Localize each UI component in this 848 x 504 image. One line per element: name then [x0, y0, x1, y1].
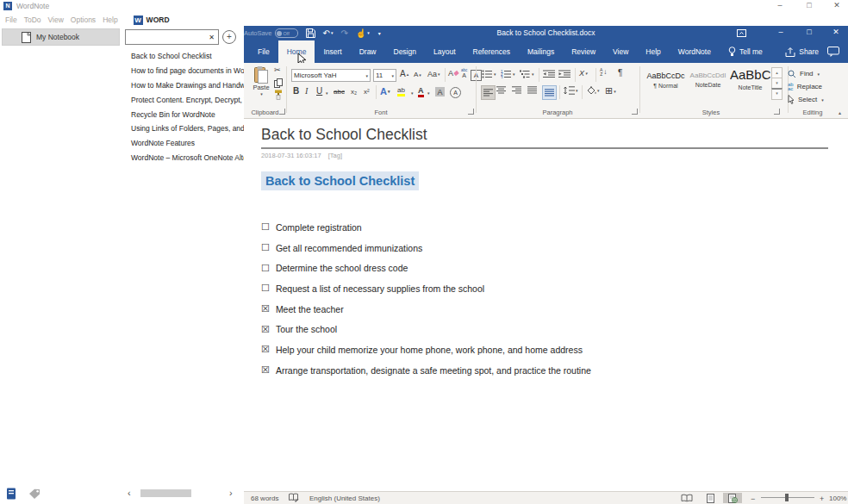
- list-item[interactable]: How to Make Drawings and Handwritin: [131, 78, 257, 93]
- list-item[interactable]: WordNote Features: [131, 136, 257, 151]
- paste-dropdown-icon[interactable]: ▾: [260, 91, 263, 96]
- bullets-dropdown-icon[interactable]: ▾: [494, 72, 496, 77]
- increase-indent-button[interactable]: [558, 70, 571, 78]
- print-layout-button[interactable]: [701, 493, 720, 503]
- superscript-button[interactable]: x²: [364, 88, 370, 96]
- ribbon-display-options-icon[interactable]: [737, 29, 746, 37]
- checkbox-icon[interactable]: ☒: [261, 303, 270, 314]
- checkbox-icon[interactable]: ☒: [261, 344, 270, 355]
- underline-button[interactable]: U: [316, 86, 322, 96]
- highlight-color-button[interactable]: ab: [397, 86, 405, 96]
- scroll-right-arrow[interactable]: ›: [229, 488, 233, 498]
- subscript-button[interactable]: x₂: [351, 88, 357, 96]
- list-item[interactable]: Using Links of Folders, Pages, and Pa: [131, 121, 257, 136]
- menu-help[interactable]: Help: [99, 16, 121, 24]
- distribute-text-button[interactable]: [542, 85, 557, 100]
- font-dialog-launcher[interactable]: [468, 109, 474, 115]
- tab-insert[interactable]: Insert: [315, 40, 350, 63]
- horizontal-scrollbar-thumb[interactable]: [140, 489, 191, 497]
- checkbox-icon[interactable]: ☒: [261, 324, 270, 335]
- line-spacing-button[interactable]: ▾: [564, 86, 578, 95]
- checklist-item[interactable]: ☒Meet the teacher: [261, 299, 591, 320]
- multilevel-list-button[interactable]: ▾: [520, 70, 534, 78]
- share-button[interactable]: Share: [778, 40, 826, 63]
- checkbox-icon[interactable]: ☐: [261, 283, 270, 294]
- format-painter-icon[interactable]: [274, 90, 283, 100]
- notebook-button[interactable]: My Notebook: [2, 28, 120, 46]
- checkbox-icon[interactable]: ☐: [261, 221, 270, 233]
- justify-button[interactable]: [527, 86, 537, 94]
- word-launcher-button[interactable]: W WORD: [134, 16, 170, 25]
- find-dropdown-icon[interactable]: ▾: [818, 72, 820, 77]
- strikethrough-button[interactable]: abc: [334, 88, 345, 96]
- document-canvas[interactable]: Back to School Checklist 2018-07-31 16:0…: [244, 119, 848, 491]
- checklist-item[interactable]: ☐Complete registration: [261, 217, 591, 238]
- grow-font-button[interactable]: A▴: [400, 69, 408, 78]
- asian-layout-button[interactable]: X▾: [579, 69, 588, 78]
- copy-icon[interactable]: [274, 78, 283, 88]
- highlight-dropdown-icon[interactable]: ▾: [411, 90, 414, 96]
- list-item[interactable]: WordNote – Microsoft OneNote Altern: [131, 151, 257, 165]
- checklist-item[interactable]: ☒Help your child memorize your home phon…: [261, 339, 591, 360]
- comments-icon[interactable]: [826, 40, 848, 63]
- zoom-slider-thumb[interactable]: [785, 494, 789, 501]
- shading-button[interactable]: ▾: [586, 86, 600, 95]
- checkbox-icon[interactable]: ☒: [261, 364, 270, 376]
- add-page-button[interactable]: +: [222, 30, 236, 44]
- show-hide-pilcrow-button[interactable]: ¶: [618, 68, 622, 78]
- paragraph-dialog-launcher[interactable]: [632, 109, 638, 115]
- tab-help[interactable]: Help: [637, 40, 669, 63]
- zoom-level[interactable]: 100%: [829, 495, 846, 502]
- read-mode-button[interactable]: [677, 493, 696, 503]
- borders-button[interactable]: ⊞▾: [605, 85, 616, 96]
- text-effects-button[interactable]: A▾: [380, 86, 390, 96]
- search-input[interactable]: [126, 32, 205, 42]
- clear-search-icon[interactable]: ✕: [205, 34, 218, 41]
- font-family-select[interactable]: Microsoft YaH▾: [291, 69, 371, 82]
- style-notetitle[interactable]: AaBbC NoteTitle: [730, 67, 770, 101]
- menu-todo[interactable]: ToDo: [21, 16, 45, 24]
- align-left-button[interactable]: [481, 85, 496, 100]
- styles-dialog-launcher[interactable]: [774, 109, 780, 115]
- find-button[interactable]: Find ▾: [788, 68, 820, 79]
- select-dropdown-icon[interactable]: ▾: [821, 97, 824, 103]
- paste-button[interactable]: Paste ▾: [249, 66, 273, 96]
- change-case-button[interactable]: Aa▾: [427, 70, 440, 78]
- font-color-dropdown-icon[interactable]: ▾: [427, 90, 430, 96]
- bold-button[interactable]: B: [293, 86, 299, 96]
- tab-mailings[interactable]: Mailings: [519, 40, 563, 63]
- style-notedate[interactable]: AaBbCcDdI NoteDate: [688, 67, 728, 101]
- borders-dropdown-icon[interactable]: ▾: [614, 89, 616, 94]
- line-spacing-dropdown-icon[interactable]: ▾: [576, 88, 578, 93]
- tag-icon[interactable]: [28, 488, 41, 500]
- tab-design[interactable]: Design: [385, 40, 425, 63]
- checklist-item[interactable]: ☐Determine the school dress code: [261, 258, 591, 278]
- tab-view[interactable]: View: [604, 40, 637, 63]
- checkbox-icon[interactable]: ☐: [261, 242, 270, 253]
- checklist-item[interactable]: ☒Arrange transportation, designate a saf…: [261, 360, 591, 381]
- character-shading-button[interactable]: A: [435, 87, 445, 96]
- decrease-indent-button[interactable]: [543, 70, 555, 78]
- list-item[interactable]: How to find page documents in WordN: [131, 64, 257, 78]
- tab-file[interactable]: File: [249, 40, 278, 63]
- list-item[interactable]: Back to School Checklist: [131, 49, 257, 64]
- bullets-button[interactable]: ▾: [482, 70, 496, 78]
- align-center-button[interactable]: [496, 86, 506, 94]
- list-item[interactable]: Protect Content. Encrypt, Decrypt, W: [131, 93, 257, 108]
- word-minimize-button[interactable]: –: [770, 28, 791, 36]
- checklist-item[interactable]: ☐Request a list of necessary supplies fr…: [261, 278, 591, 299]
- menu-file[interactable]: File: [2, 16, 21, 24]
- list-item[interactable]: Recycle Bin for WordNote: [131, 108, 257, 122]
- web-layout-button[interactable]: [723, 493, 742, 503]
- notebook-icon[interactable]: [6, 488, 16, 500]
- italic-button[interactable]: I: [305, 86, 308, 96]
- tab-review[interactable]: Review: [563, 40, 604, 63]
- shrink-font-button[interactable]: A▾: [414, 71, 421, 78]
- word-close-button[interactable]: ✕: [826, 28, 846, 36]
- style-normal[interactable]: AaBbCcDc ¶ Normal: [645, 67, 686, 101]
- phonetic-guide-button[interactable]: abcA: [461, 68, 467, 78]
- wordnote-close-button[interactable]: ✕: [827, 1, 846, 9]
- numbering-dropdown-icon[interactable]: ▾: [513, 72, 515, 77]
- tab-references[interactable]: References: [465, 40, 519, 63]
- shading-dropdown-icon[interactable]: ▾: [597, 88, 600, 93]
